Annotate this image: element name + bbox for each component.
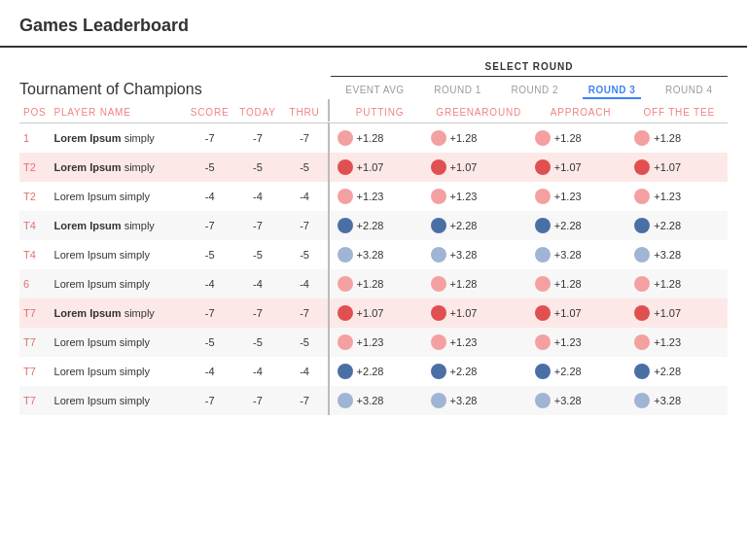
offtee-value: +1.07 (654, 307, 681, 319)
approach-value: +1.23 (554, 336, 582, 348)
today-cell: -5 (233, 240, 281, 269)
putting-cell: +1.28 (329, 269, 427, 298)
greenaround-dot (431, 334, 446, 350)
today-cell: -4 (233, 182, 281, 211)
pos-cell: T7 (19, 357, 51, 386)
offtee-value: +1.28 (654, 278, 681, 290)
offtee-value: +2.28 (654, 220, 681, 231)
thru-cell: -5 (282, 153, 329, 182)
approach-dot (535, 334, 551, 350)
tab-round-3[interactable]: ROUND 3 (583, 83, 642, 99)
table-row: T7 Lorem Ipsum simply -5 -5 -5 +1.23 +1.… (19, 328, 728, 357)
putting-value: +1.28 (357, 278, 384, 290)
offtee-value: +1.23 (654, 191, 681, 202)
greenaround-cell: +1.07 (427, 153, 531, 182)
approach-cell: +1.07 (531, 298, 630, 328)
putting-value: +3.28 (357, 249, 384, 261)
page-title: Games Leaderboard (19, 16, 728, 36)
greenaround-dot (431, 130, 446, 146)
thru-cell: -7 (282, 122, 329, 153)
approach-cell: +2.28 (531, 211, 630, 240)
putting-value: +1.07 (357, 161, 384, 173)
putting-dot (338, 305, 353, 321)
tab-round-4[interactable]: ROUND 4 (659, 83, 719, 99)
putting-value: +2.28 (357, 366, 384, 377)
tab-round-1[interactable]: ROUND 1 (428, 83, 487, 99)
greenaround-cell: +1.23 (427, 182, 531, 211)
greenaround-value: +2.28 (450, 366, 478, 377)
today-cell: -4 (233, 269, 281, 298)
player-name-cell: Lorem Ipsum simply (51, 328, 186, 357)
putting-dot (338, 130, 353, 146)
col-pos: POS (19, 99, 51, 122)
greenaround-dot (431, 305, 446, 321)
putting-cell: +1.07 (329, 298, 427, 328)
score-cell: -7 (186, 386, 234, 415)
score-cell: -7 (186, 122, 234, 153)
thru-cell: -5 (282, 240, 329, 269)
player-name-cell: Lorem Ipsum simply (51, 240, 186, 269)
putting-dot (338, 189, 353, 204)
approach-dot (535, 218, 551, 233)
offtee-cell: +2.28 (630, 211, 728, 240)
greenaround-cell: +3.28 (427, 386, 531, 415)
offtee-value: +1.23 (654, 336, 681, 348)
approach-dot (535, 189, 551, 204)
approach-dot (535, 159, 551, 175)
greenaround-cell: +1.28 (427, 269, 531, 298)
player-name-cell: Lorem Ipsum simply (51, 211, 186, 240)
putting-value: +1.23 (357, 336, 384, 348)
col-approach: APPROACH (531, 99, 630, 122)
thru-cell: -7 (282, 386, 329, 415)
greenaround-cell: +1.23 (427, 328, 531, 357)
offtee-value: +3.28 (654, 249, 681, 261)
greenaround-cell: +1.07 (427, 298, 531, 328)
score-cell: -5 (186, 240, 234, 269)
approach-cell: +1.23 (531, 182, 630, 211)
table-row: T7 Lorem Ipsum simply -4 -4 -4 +2.28 +2.… (19, 357, 728, 386)
table-row: T4 Lorem Ipsum simply -7 -7 -7 +2.28 +2.… (19, 211, 728, 240)
table-row: 1 Lorem Ipsum simply -7 -7 -7 +1.28 +1.2… (19, 122, 728, 153)
approach-dot (535, 276, 551, 292)
approach-value: +1.28 (554, 132, 582, 144)
putting-dot (338, 247, 353, 262)
pos-cell: T4 (19, 211, 51, 240)
thru-cell: -7 (282, 298, 329, 328)
today-cell: -5 (233, 328, 281, 357)
greenaround-cell: +3.28 (427, 240, 531, 269)
column-headers: POS PLAYER NAME SCORE TODAY THRU PUTTING… (19, 99, 728, 122)
approach-value: +1.28 (554, 278, 582, 290)
putting-value: +1.07 (357, 307, 384, 319)
approach-dot (535, 393, 551, 408)
approach-cell: +3.28 (531, 386, 630, 415)
tab-event-avg[interactable]: EVENT AVG (339, 83, 409, 99)
putting-dot (338, 393, 353, 408)
offtee-dot (634, 393, 650, 408)
approach-dot (535, 130, 551, 146)
offtee-dot (634, 276, 650, 292)
putting-cell: +1.23 (329, 328, 427, 357)
offtee-value: +1.28 (654, 132, 681, 144)
thru-cell: -7 (282, 211, 329, 240)
tab-round-2[interactable]: ROUND 2 (506, 83, 565, 99)
thru-cell: -5 (282, 328, 329, 357)
greenaround-value: +2.28 (450, 220, 478, 231)
pos-cell: T2 (19, 153, 51, 182)
col-today: TODAY (233, 99, 281, 122)
score-cell: -7 (186, 298, 234, 328)
approach-dot (535, 364, 551, 379)
approach-value: +2.28 (554, 366, 582, 377)
col-thru: THRU (282, 99, 329, 122)
greenaround-value: +1.23 (450, 336, 478, 348)
greenaround-cell: +2.28 (427, 211, 531, 240)
table-row: T2 Lorem Ipsum simply -5 -5 -5 +1.07 +1.… (19, 153, 728, 182)
col-putting: PUTTING (329, 99, 427, 122)
today-cell: -7 (233, 386, 281, 415)
approach-cell: +1.07 (531, 153, 630, 182)
offtee-dot (634, 189, 650, 204)
col-off-tee: OFF THE TEE (630, 99, 728, 122)
pos-cell: T7 (19, 298, 51, 328)
page-header: Games Leaderboard (0, 0, 747, 48)
putting-dot (338, 364, 353, 379)
offtee-dot (634, 364, 650, 379)
